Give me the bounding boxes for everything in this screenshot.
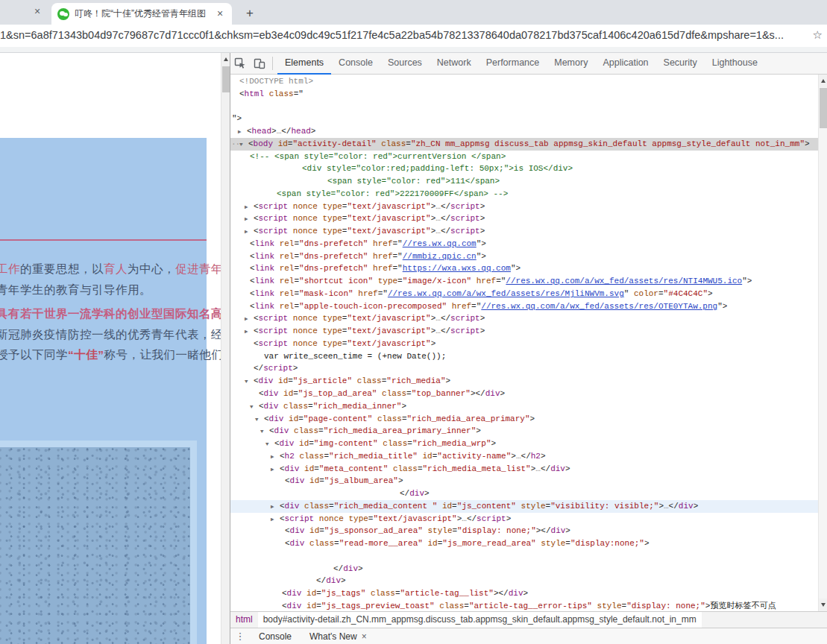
elements-tree-row[interactable]: </script> — [230, 362, 818, 375]
elements-tree-row[interactable]: <!DOCTYPE html> — [230, 75, 818, 88]
elements-tree-row[interactable]: ▶<div id="meta_content" class="rich_medi… — [230, 463, 818, 476]
elements-tree-row[interactable]: <link rel="dns-prefetch" href="https://w… — [230, 262, 818, 275]
elements-tree-row[interactable]: <div id="js_album_area"> — [230, 475, 818, 487]
devtools-tab-console[interactable]: Console — [331, 53, 380, 75]
resource-link[interactable]: https://wxa.wxs.qq.com — [403, 264, 511, 273]
collapse-arrow-icon[interactable]: ▼ — [260, 426, 264, 438]
expand-arrow-icon[interactable]: ▶ — [245, 326, 248, 338]
page-scrollbar[interactable] — [221, 53, 230, 644]
collapse-arrow-icon[interactable]: ▼ — [239, 139, 243, 151]
resource-link[interactable]: //res.wx.qq.com — [403, 239, 477, 248]
elements-tree-row[interactable]: ▶<h2 class="rich_media_title" id="activi… — [230, 450, 818, 463]
scroll-up-button[interactable] — [819, 75, 827, 87]
elements-tree-row[interactable]: ▼<div class="rich_media_inner"> — [230, 400, 818, 413]
elements-tree-row[interactable] — [230, 550, 818, 563]
resource-link[interactable]: //res.wx.qq.com/a/wx_fed/assets/res/NTI4… — [506, 277, 742, 285]
new-tab-button[interactable]: + — [240, 4, 260, 23]
url-input[interactable]: 1&sn=6a8f71343b04d97c79687c7d71ccc0f1&ch… — [0, 29, 804, 41]
elements-tree-row[interactable]: ▼<div id="img-content" class="rich_media… — [230, 438, 818, 450]
elements-tree-row[interactable]: <script nonce type="text/javascript"> — [230, 338, 818, 350]
elements-tree-row[interactable]: <div id="js_sponsor_ad_area" style="disp… — [230, 525, 818, 537]
elements-tree-row[interactable]: <div style="color:red;padding-left: 50px… — [230, 162, 818, 175]
elements-tree-row[interactable]: ···▼<body id="activity-detail" class="zh… — [230, 138, 818, 151]
tab-close-icon[interactable]: × — [31, 6, 43, 18]
devtools-tab-network[interactable]: Network — [430, 53, 479, 75]
collapse-arrow-icon[interactable]: ▼ — [265, 438, 269, 450]
collapse-arrow-icon[interactable]: ▼ — [255, 414, 259, 426]
drawer-tab-close-icon[interactable]: × — [362, 629, 367, 644]
expand-arrow-icon[interactable]: ▶ — [245, 201, 248, 213]
inspect-element-icon[interactable] — [230, 54, 250, 72]
expand-arrow-icon[interactable]: ▶ — [271, 451, 274, 463]
web-page-viewport[interactable]: 工作的重要思想，以育人为中心，促进青年青年学生的教育与引导作用。具有若干世界一流… — [0, 53, 221, 644]
device-toolbar-icon[interactable] — [250, 54, 269, 72]
elements-tree-row[interactable]: ▶<script nonce type="text/javascript">…<… — [230, 225, 818, 238]
elements-tree-row[interactable]: <span style="color: red">222170009FF</sp… — [230, 188, 818, 201]
expand-arrow-icon[interactable]: ▶ — [245, 213, 248, 225]
elements-tree-row[interactable]: ▶<script nonce type="text/javascript">…<… — [230, 513, 818, 525]
devtools-tab-application[interactable]: Application — [595, 53, 655, 75]
bookmark-star-icon[interactable]: ☆ — [813, 28, 823, 42]
collapse-arrow-icon[interactable]: ▼ — [250, 401, 254, 413]
elements-tree-row[interactable]: <link rel="dns-prefetch" href="//mmbiz.q… — [230, 250, 818, 263]
scrollbar-thumb[interactable] — [222, 66, 230, 92]
url-bar: 1&sn=6a8f71343b04d97c79687c7d71ccc0f1&ch… — [0, 25, 827, 47]
elements-tree-row[interactable]: ▶<script nonce type="text/javascript">…<… — [230, 212, 818, 225]
elements-tree-row[interactable]: ▶<script nonce type="text/javascript">…<… — [230, 325, 818, 338]
expand-arrow-icon[interactable]: ▶ — [271, 501, 274, 513]
article-text-line: 青年学生的教育与引导作用。 — [0, 282, 220, 297]
devtools-tab-lighthouse[interactable]: Lighthouse — [705, 53, 765, 75]
article-image — [0, 441, 197, 644]
elements-tree-row[interactable]: <link rel="apple-touch-icon-precomposed"… — [230, 300, 818, 313]
devtools-tab-elements[interactable]: Elements — [277, 53, 331, 75]
elements-tree-row[interactable]: </div> — [230, 563, 818, 575]
elements-tree-row[interactable]: ▼<div class="rich_media_area_primary_inn… — [230, 425, 818, 438]
drawer-menu-icon[interactable]: ⋮ — [230, 631, 250, 642]
elements-tree-row[interactable]: <div id="js_top_ad_area" class="top_bann… — [230, 388, 818, 400]
elements-tree-row[interactable]: <span style="color: red">111</span> — [230, 175, 818, 188]
elements-tree-row[interactable]: ▼<div id="page-content" class="rich_medi… — [230, 413, 818, 426]
elements-tree-row[interactable]: "> — [230, 113, 818, 125]
elements-tree-row[interactable]: ▶<script nonce type="text/javascript">…<… — [230, 201, 818, 213]
elements-tree-row[interactable]: </div> — [230, 487, 818, 500]
collapse-arrow-icon[interactable]: ▼ — [245, 376, 248, 388]
expand-arrow-icon[interactable]: ▶ — [238, 126, 242, 138]
elements-tree-row[interactable]: ▶<head>…</head> — [230, 125, 818, 138]
elements-tree-row[interactable]: </div> — [230, 575, 818, 587]
resource-link[interactable]: //res.wx.qq.com/a/wx_fed/assets/res/Mjli… — [388, 289, 624, 298]
elements-tree-row[interactable]: var write_sceen_time = (+new Date()); — [230, 350, 818, 363]
devtools-tab-memory[interactable]: Memory — [547, 53, 595, 75]
drawer-tab-console[interactable]: Console — [250, 628, 301, 644]
elements-tree-row[interactable]: <link rel="dns-prefetch" href="//res.wx.… — [230, 238, 818, 250]
elements-tree-row[interactable]: <div id="js_tags_preview_toast" class="a… — [230, 600, 818, 611]
elements-tree-row[interactable] — [230, 101, 818, 113]
resource-link[interactable]: //res.wx.qq.com/a/wx_fed/assets/res/OTE0… — [481, 302, 717, 311]
tab-close-icon[interactable]: × — [214, 8, 226, 20]
expand-arrow-icon[interactable]: ▶ — [245, 313, 248, 325]
drawer-tab-what-s-new[interactable]: What's New× — [301, 628, 376, 644]
devtools-tab-sources[interactable]: Sources — [380, 53, 430, 75]
breadcrumb-item[interactable]: body#activity-detail.zh_CN.mm_appmsg.dis… — [258, 612, 702, 628]
tab-inactive-partial[interactable]: × — [0, 0, 49, 25]
devtools-tab-security[interactable]: Security — [656, 53, 705, 75]
expand-arrow-icon[interactable]: ▶ — [271, 514, 274, 525]
elements-tree-row[interactable]: <html class=" — [230, 88, 818, 101]
elements-tree-row[interactable]: <!-- <span style="color: red">currentVer… — [230, 151, 818, 163]
elements-tree-row[interactable]: <link rel="shortcut icon" type="image/x-… — [230, 275, 818, 288]
elements-tree-row[interactable]: ▶<script nonce type="text/javascript">…<… — [230, 312, 818, 325]
elements-tree-row[interactable]: ▶<div class="rich_media_content " id="js… — [230, 500, 818, 513]
expand-arrow-icon[interactable]: ▶ — [271, 464, 274, 476]
elements-tree-row[interactable]: ▼<div id="js_article" class="rich_media"… — [230, 375, 818, 388]
breadcrumb-item[interactable]: html — [230, 612, 258, 628]
resource-link[interactable]: //mmbiz.qpic.cn — [403, 252, 477, 261]
expand-arrow-icon[interactable]: ▶ — [245, 226, 248, 238]
elements-scrollbar[interactable] — [818, 75, 827, 611]
devtools-tab-performance[interactable]: Performance — [479, 53, 547, 75]
elements-tree-row[interactable]: <link rel="mask-icon" href="//res.wx.qq.… — [230, 288, 818, 300]
scroll-down-button[interactable] — [819, 599, 827, 611]
elements-tree-row[interactable]: <div id="js_tags" class="article-tag__li… — [230, 587, 818, 600]
tab-active[interactable]: 叮咚！院“十佳”优秀经管青年组图 × — [51, 3, 232, 25]
scrollbar-thumb[interactable] — [820, 88, 827, 128]
elements-tree[interactable]: <!DOCTYPE html><html class="">▶<head>…</… — [230, 75, 818, 611]
elements-tree-row[interactable]: <div class="read-more__area" id="js_more… — [230, 537, 818, 550]
